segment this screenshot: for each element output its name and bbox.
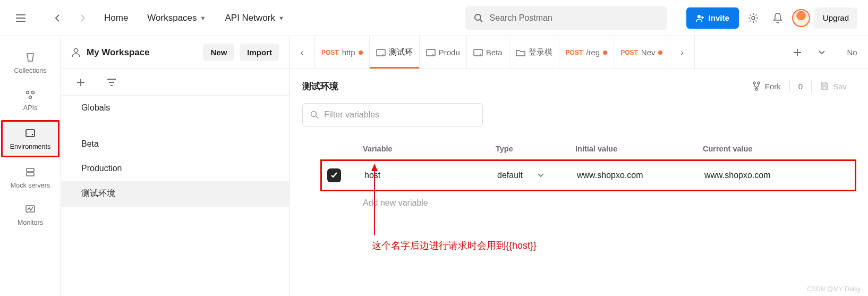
current-value-cell[interactable]: www.shopxo.com [704, 171, 832, 180]
nav-api-network-label: API Network [225, 13, 275, 23]
rail-apis[interactable]: APIs [0, 83, 61, 117]
global-search[interactable]: Search Postman [465, 6, 667, 30]
svg-rect-6 [26, 130, 35, 137]
tab-produ[interactable]: Produ [420, 36, 467, 69]
chevron-down-icon: ▼ [278, 15, 284, 21]
svg-point-15 [432, 54, 433, 55]
svg-point-18 [753, 82, 755, 84]
svg-point-19 [758, 82, 760, 84]
save-button[interactable]: Sav [812, 82, 855, 91]
svg-point-20 [755, 88, 758, 90]
tab-label: /reg [586, 48, 600, 57]
svg-point-5 [29, 96, 32, 99]
fork-count[interactable]: 0 [790, 82, 811, 91]
svg-rect-16 [474, 49, 482, 56]
variable-name-cell[interactable]: host [364, 171, 497, 180]
tab-beta[interactable]: Beta [467, 36, 509, 69]
svg-point-2 [752, 16, 755, 20]
variable-type-cell[interactable]: default [497, 171, 577, 180]
variable-checkbox[interactable] [327, 168, 341, 182]
col-initial: Initial value [575, 145, 703, 153]
notifications-button[interactable] [768, 8, 788, 28]
filter-variables-input[interactable]: Filter variables [302, 103, 483, 126]
tab-reg[interactable]: POST /reg [559, 36, 615, 69]
new-tab-button[interactable] [787, 43, 807, 63]
nav-api-network[interactable]: API Network ▼ [217, 9, 291, 28]
upgrade-label: Upgrad [823, 13, 849, 22]
tab-label: 测试环 [389, 47, 413, 57]
tabs-next[interactable]: › [669, 36, 695, 69]
svg-point-0 [475, 14, 481, 20]
tab-label: Nev [641, 48, 656, 57]
watermark: CSDN @MY Daisy [807, 285, 861, 293]
variable-row[interactable]: host default www.shopxo.com www.shopxo.c… [323, 162, 854, 189]
col-variable: Variable [363, 145, 496, 153]
rail-apis-label: APIs [23, 104, 37, 112]
env-icon [376, 49, 386, 56]
workspace-name: My Workspace [87, 47, 198, 58]
tab-nev[interactable]: POST Nev [614, 36, 669, 69]
person-icon [71, 47, 81, 58]
sidebar-env-test[interactable]: 测试环境 [61, 181, 289, 207]
env-icon [426, 49, 436, 56]
svg-rect-14 [427, 49, 435, 56]
tab-http[interactable]: POST http [315, 36, 370, 69]
settings-button[interactable] [743, 8, 763, 28]
method-label: POST [620, 49, 638, 56]
import-button[interactable]: Import [240, 44, 279, 61]
tab-label: http [342, 48, 355, 57]
col-type: Type [496, 145, 575, 153]
svg-rect-12 [377, 49, 385, 56]
save-icon [820, 82, 829, 90]
filter-placeholder: Filter variables [324, 110, 379, 120]
add-variable-row[interactable]: Add new variable [321, 190, 855, 216]
apis-icon [24, 88, 37, 101]
fork-label: Fork [765, 82, 781, 91]
tab-options-button[interactable] [812, 43, 832, 63]
new-button[interactable]: New [203, 44, 234, 61]
nav-workspaces-label: Workspaces [147, 13, 197, 23]
filter-button[interactable] [101, 72, 122, 92]
svg-point-13 [382, 54, 384, 55]
invite-button[interactable]: Invite [686, 7, 739, 29]
back-button[interactable] [48, 8, 68, 28]
rail-collections-label: Collections [14, 67, 46, 74]
no-environment-indicator[interactable]: No [836, 36, 868, 69]
svg-point-3 [27, 91, 29, 94]
search-placeholder: Search Postman [490, 13, 552, 23]
upgrade-button[interactable]: Upgrad [814, 7, 857, 29]
tab-login-folder[interactable]: 登录模 [509, 36, 559, 69]
svg-point-11 [74, 48, 78, 52]
chevron-down-icon [538, 173, 544, 177]
forward-button[interactable] [72, 8, 92, 28]
env-icon [473, 49, 483, 56]
svg-point-4 [32, 91, 35, 94]
dirty-indicator [359, 50, 363, 55]
dirty-indicator [603, 50, 607, 55]
nav-workspaces[interactable]: Workspaces ▼ [140, 9, 213, 28]
svg-point-21 [311, 112, 317, 117]
fork-icon [752, 81, 761, 91]
sidebar-env-production[interactable]: Production [61, 156, 289, 181]
person-plus-icon [696, 14, 704, 22]
folder-icon [516, 49, 525, 56]
fork-button[interactable]: Fork [744, 81, 789, 91]
user-avatar[interactable] [792, 9, 810, 27]
nav-home-label: Home [104, 13, 128, 23]
sidebar-globals[interactable]: Globals [61, 96, 289, 120]
tab-label: 登录模 [529, 47, 552, 57]
rail-mock-servers[interactable]: Mock servers [0, 160, 61, 194]
sidebar-env-beta[interactable]: Beta [61, 132, 289, 156]
rail-environments[interactable]: Environments [3, 122, 58, 156]
add-environment-button[interactable] [71, 72, 91, 92]
tabs-prev[interactable]: ‹ [290, 36, 315, 69]
initial-value-cell[interactable]: www.shopxo.com [577, 171, 704, 180]
rail-mock-servers-label: Mock servers [11, 182, 50, 189]
menu-icon[interactable] [11, 8, 31, 28]
rail-monitors[interactable]: Monitors [0, 198, 61, 232]
col-current: Current value [703, 145, 830, 153]
invite-label: Invite [709, 13, 729, 22]
nav-home[interactable]: Home [97, 9, 135, 28]
tab-test-env[interactable]: 测试环 [370, 36, 420, 69]
rail-collections[interactable]: Collections [0, 46, 61, 80]
